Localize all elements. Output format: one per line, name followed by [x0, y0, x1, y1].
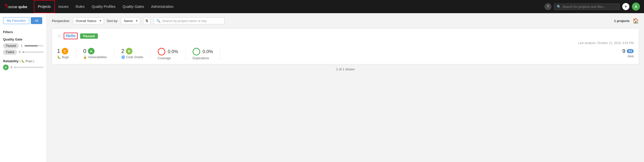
vuln-value: 0 [83, 48, 86, 54]
coverage-circle-icon [158, 48, 165, 55]
coverage-label: Coverage [158, 56, 171, 60]
logo: sonar qube [4, 3, 32, 10]
filters-title: Filters [3, 30, 43, 34]
main-content: Perspective: Overall Status ▼ Sort by: N… [47, 13, 644, 162]
smells-label: 🌀 Code Smells [121, 55, 143, 59]
quality-gate-failed-row: Failed 0 [3, 50, 43, 55]
vuln-top: 0 A [83, 48, 94, 54]
sort-select-wrap: Name ▼ [121, 17, 140, 24]
java-badge: XS [627, 49, 634, 53]
nav-link-quality-profiles[interactable]: Quality Profiles [88, 0, 119, 13]
smells-grade: B [126, 48, 132, 54]
project-search-input[interactable] [162, 19, 222, 23]
failed-bar-fill [22, 51, 24, 53]
page-body: My Favorites All Filters Quality Gate Pa… [0, 13, 644, 162]
global-search-input[interactable] [562, 5, 617, 9]
failed-count: 0 [19, 50, 21, 54]
all-button[interactable]: All [31, 17, 42, 24]
nav-link-administration[interactable]: Administration [148, 0, 177, 13]
search-icon: 🔍 [557, 5, 561, 9]
vuln-grade: A [88, 48, 95, 54]
dup-label: Duplications [193, 56, 209, 60]
nav-link-quality-gates[interactable]: Quality Gates [119, 0, 148, 13]
quality-gate-passed-row: Passed 1 [3, 43, 43, 48]
code-smells-metric: 2 B 🌀 Code Smells [121, 48, 151, 59]
status-badge: Passed [80, 33, 98, 39]
svg-text:qube: qube [18, 5, 27, 9]
global-search-bar: 🔍 [554, 4, 620, 10]
nav-link-projects[interactable]: Projects [34, 0, 55, 13]
reliability-grade-row: A 0 [3, 65, 43, 70]
card-header: ☆ Hello Passed [57, 33, 634, 39]
nav-links: Projects Issues Rules Quality Profiles Q… [34, 0, 544, 13]
avatar[interactable]: A [632, 3, 640, 11]
coverage-top: 0.0% [158, 48, 178, 55]
topbar: Perspective: Overall Status ▼ Sort by: N… [52, 17, 639, 24]
svg-text:sonar: sonar [8, 5, 18, 9]
vuln-label: 🔒 Vulnerabilities [83, 55, 107, 59]
help-button[interactable]: ? [544, 3, 551, 10]
sidebar: My Favorites All Filters Quality Gate Pa… [0, 13, 47, 162]
quality-gate-title: Quality Gate [3, 37, 43, 41]
java-label: Java [627, 54, 634, 58]
grade-a-badge[interactable]: A [3, 65, 9, 70]
nav-link-rules[interactable]: Rules [72, 0, 88, 13]
dup-value: 0.0% [203, 49, 213, 54]
passed-tag[interactable]: Passed [3, 43, 19, 48]
favorite-star-icon[interactable]: ☆ [57, 33, 61, 39]
grade-a-bar [14, 67, 43, 68]
passed-bar-fill [25, 45, 38, 47]
passed-count: 1 [21, 44, 22, 48]
cloud-icon: 🌀 [121, 55, 125, 59]
bugs-metric: 1 C 🐛 Bugs [57, 48, 76, 59]
bugs-top: 1 C [57, 48, 68, 54]
nav-link-issues[interactable]: Issues [55, 0, 72, 13]
reliability-title: Reliability ( 🐛 Bugs ) [3, 59, 43, 63]
failed-tag[interactable]: Failed [3, 50, 17, 55]
metrics-row: 1 C 🐛 Bugs 0 A 🔒 Vul [57, 48, 634, 60]
navbar: sonar qube Projects Issues Rules Quality… [0, 0, 644, 13]
failed-bar [22, 51, 43, 53]
perspective-label: Perspective: [52, 19, 70, 23]
favorites-row: My Favorites All [3, 17, 43, 24]
quality-gate-section: Quality Gate Passed 1 Failed 0 [3, 37, 43, 55]
dup-top: 0.0% [193, 48, 213, 55]
filters-section: Filters Quality Gate Passed 1 Failed 0 [3, 30, 43, 70]
navbar-right: ? 🔍 + A [544, 3, 640, 11]
duplications-metric: 0.0% Duplications [193, 48, 220, 60]
lock-icon: 🔒 [83, 55, 87, 59]
coverage-metric: 0.0% Coverage [158, 48, 186, 60]
perspective-select-wrap: Overall Status ▼ [73, 17, 104, 24]
dup-circle-icon [193, 48, 200, 55]
project-count: 1 projects [614, 19, 630, 23]
project-name-link[interactable]: Hello [64, 33, 78, 39]
smells-top: 2 B [121, 48, 132, 54]
page-footer: 1 of 1 shown [52, 67, 639, 71]
reliability-section: Reliability ( 🐛 Bugs ) A 0 [3, 59, 43, 70]
project-search-bar: 🔍 [154, 17, 224, 24]
smells-value: 2 [121, 48, 124, 54]
bugs-grade: C [62, 48, 68, 54]
home-icon[interactable]: 🏠 [633, 18, 639, 24]
my-favorites-button[interactable]: My Favorites [3, 17, 29, 24]
last-analysis: Last analysis: October 21, 2019, 4:54 PM [57, 41, 634, 45]
sort-label: Sort by: [107, 19, 118, 23]
sort-select[interactable]: Name [121, 17, 140, 24]
coverage-value: 0.0% [168, 49, 178, 54]
passed-bar [25, 45, 43, 47]
project-search-icon: 🔍 [156, 19, 160, 23]
bug-icon: 🐛 [57, 55, 61, 59]
grade-a-bar-fill [14, 67, 15, 68]
perspective-select[interactable]: Overall Status [73, 17, 104, 24]
vulnerabilities-metric: 0 A 🔒 Vulnerabilities [83, 48, 114, 59]
add-button[interactable]: + [622, 3, 629, 10]
language-metric: 9 XS Java [622, 48, 634, 58]
grade-a-count: 0 [11, 66, 12, 69]
java-top: 9 XS [622, 48, 634, 54]
project-card: ☆ Hello Passed Last analysis: October 21… [52, 28, 639, 64]
bugs-value: 1 [57, 48, 60, 54]
java-count: 9 [622, 48, 625, 54]
sort-direction-button[interactable]: ⇅ [143, 17, 151, 24]
bugs-label: 🐛 Bugs [57, 55, 69, 59]
